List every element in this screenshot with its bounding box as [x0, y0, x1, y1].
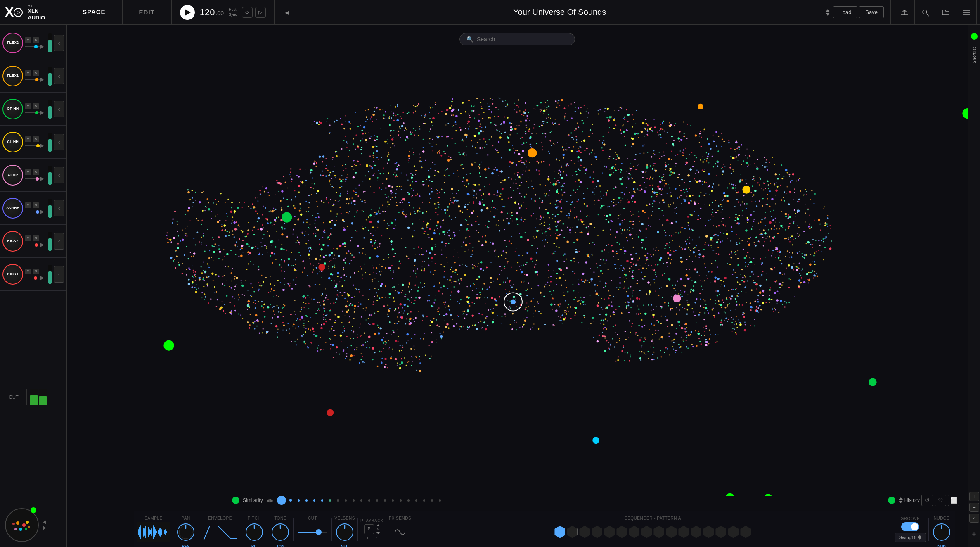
nav-chevron-7[interactable]: ‹ [54, 266, 64, 283]
pitch-knob[interactable]: PIT [244, 522, 265, 542]
fader-line-5[interactable] [25, 212, 40, 212]
mini-kit-circle[interactable] [3, 507, 40, 544]
metronome-icon[interactable]: ▷ [255, 7, 266, 18]
nudge-knob[interactable]: NUD [931, 522, 952, 542]
mute-btn-6[interactable]: M [25, 235, 31, 241]
channel-play-1[interactable] [40, 78, 44, 82]
save-button[interactable]: Save [859, 6, 884, 18]
seq-hex-15[interactable] [728, 526, 739, 538]
search-input[interactable] [477, 36, 568, 43]
mute-btn-1[interactable]: M [25, 70, 31, 76]
groove-toggle[interactable] [901, 522, 919, 531]
fader-line-0[interactable] [25, 46, 40, 47]
nav-chevron-1[interactable]: ‹ [54, 68, 64, 84]
seq-hex-10[interactable] [666, 526, 677, 538]
mute-btn-4[interactable]: M [25, 169, 31, 175]
similarity-active-dot[interactable] [277, 496, 286, 505]
solo-btn-6[interactable]: S [33, 235, 39, 241]
drum-pad-kick1[interactable]: KICK1 [2, 264, 23, 285]
play-button[interactable] [180, 5, 195, 20]
fx-shape1[interactable] [394, 526, 406, 539]
cut-slider[interactable] [296, 522, 329, 542]
fader-line-7[interactable] [25, 278, 40, 278]
playback-mode-m[interactable]: M [376, 527, 380, 531]
seq-hex-7[interactable] [629, 526, 639, 538]
seq-hex-1[interactable] [554, 526, 565, 538]
solo-btn-1[interactable]: S [33, 70, 39, 76]
tab-space[interactable]: SPACE [66, 0, 123, 24]
drum-pad-kick2[interactable]: KICK2 [2, 231, 23, 252]
kit-next-button[interactable] [43, 526, 46, 530]
drum-pad-snare[interactable]: SNARE [2, 198, 23, 219]
seq-hex-5[interactable] [604, 526, 615, 538]
velsens-knob[interactable]: VEL [334, 522, 355, 542]
history-refresh-icon[interactable]: ↺ [921, 495, 933, 506]
fader-line-6[interactable] [25, 245, 40, 245]
pan-knob[interactable]: PAN [175, 522, 196, 542]
groove-arrows[interactable] [918, 535, 921, 540]
search-icon[interactable] [915, 0, 935, 25]
preset-nav-left[interactable]: ◀ [281, 6, 294, 19]
preset-arrow-down[interactable] [826, 13, 830, 16]
history-folder-icon[interactable]: ⬜ [948, 495, 959, 506]
mute-btn-5[interactable]: M [25, 202, 31, 208]
solo-btn-0[interactable]: S [33, 37, 39, 43]
preset-arrow-up[interactable] [826, 9, 830, 12]
solo-btn-7[interactable]: S [33, 269, 39, 274]
fader-line-3[interactable] [25, 145, 40, 146]
fader-line-4[interactable] [25, 178, 40, 179]
nav-chevron-5[interactable]: ‹ [54, 200, 64, 216]
channel-play-7[interactable] [40, 276, 44, 280]
drum-pad-flex2[interactable]: FLEX2 [2, 33, 23, 53]
folder-icon[interactable] [935, 0, 956, 25]
seq-hex-3[interactable] [579, 526, 590, 538]
nav-chevron-0[interactable]: ‹ [54, 35, 64, 51]
menu-icon[interactable] [956, 0, 977, 25]
solo-btn-5[interactable]: S [33, 202, 39, 208]
loop-icon[interactable]: ⟳ [242, 7, 253, 18]
channel-play-2[interactable] [40, 111, 44, 115]
solo-btn-4[interactable]: S [33, 169, 39, 175]
similarity-prev[interactable]: ◀ [266, 498, 270, 503]
channel-play-6[interactable] [40, 243, 44, 247]
add-button[interactable]: + [972, 530, 976, 539]
playback-p-btn[interactable]: P [364, 524, 374, 534]
seq-hex-11[interactable] [678, 526, 689, 538]
similarity-next[interactable]: ▶ [270, 498, 274, 503]
seq-hex-12[interactable] [691, 526, 701, 538]
playback-mode-up[interactable] [376, 524, 380, 526]
nav-chevron-6[interactable]: ‹ [54, 233, 64, 250]
zoom-fit-button[interactable]: ⤢ [969, 514, 979, 523]
channel-play-0[interactable] [40, 45, 44, 49]
mute-btn-3[interactable]: M [25, 136, 31, 142]
seq-hex-6[interactable] [616, 526, 627, 538]
seq-hex-13[interactable] [703, 526, 714, 538]
fader-line-2[interactable] [25, 112, 40, 113]
drum-pad-cl hh[interactable]: CL HH [2, 132, 23, 152]
playback-mode-down[interactable] [376, 532, 380, 534]
history-down[interactable] [899, 501, 903, 503]
mute-btn-0[interactable]: M [25, 37, 31, 43]
groove-value-display[interactable]: Swing16 [895, 533, 926, 542]
fader-line-1[interactable] [25, 79, 40, 80]
solo-btn-2[interactable]: S [33, 103, 39, 109]
seq-hex-2[interactable] [567, 526, 578, 538]
load-button[interactable]: Load [833, 6, 857, 18]
solo-btn-3[interactable]: S [33, 136, 39, 142]
nav-chevron-3[interactable]: ‹ [54, 134, 64, 150]
drum-pad-flex1[interactable]: FLEX1 [2, 66, 23, 86]
seq-hex-8[interactable] [641, 526, 652, 538]
mute-btn-7[interactable]: M [25, 269, 31, 274]
tone-knob[interactable]: TON [270, 522, 291, 542]
tab-edit[interactable]: EDIT [123, 0, 172, 24]
seq-hex-14[interactable] [715, 526, 726, 538]
zoom-in-button[interactable]: + [969, 492, 979, 501]
nav-chevron-4[interactable]: ‹ [54, 167, 64, 183]
drum-pad-op hh[interactable]: OP HH [2, 99, 23, 119]
zoom-out-button[interactable]: − [969, 503, 979, 512]
seq-hex-16[interactable] [740, 526, 751, 538]
seq-hex-9[interactable] [653, 526, 664, 538]
drum-pad-clap[interactable]: CLAP [2, 165, 23, 186]
history-up[interactable] [899, 497, 903, 500]
waveform-display[interactable] [137, 522, 170, 542]
